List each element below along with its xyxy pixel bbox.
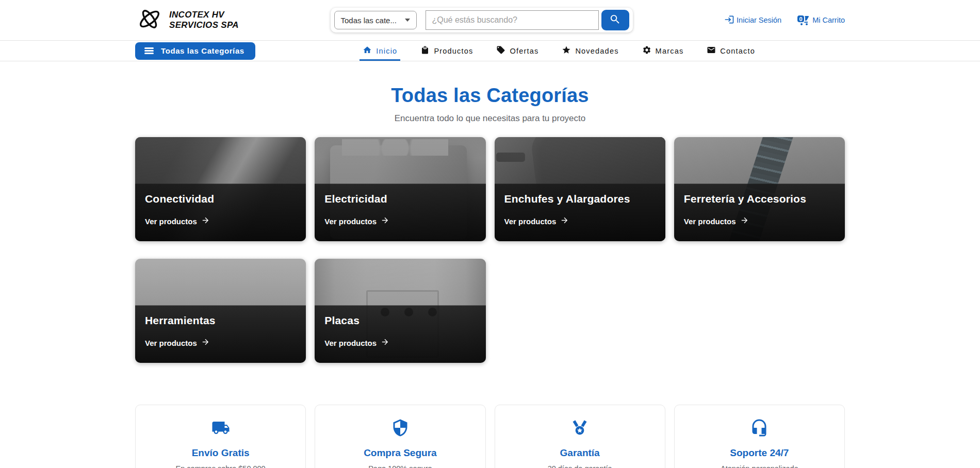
category-card-placas[interactable]: Placas Ver productos [315,259,485,363]
brand-name: INCOTEX HV SERVICIOS SPA [169,10,239,30]
account-links: Iniciar Sesión 0 Mi Carrito [724,14,845,26]
arrow-right-icon [201,216,210,226]
menu-icon [144,47,154,54]
view-products-label: Ver productos [145,339,197,347]
view-products-link[interactable]: Ver productos [145,338,210,348]
mail-icon [707,45,716,56]
search-category-dropdown[interactable]: Todas las cate... [334,11,417,29]
all-categories-label: Todas las Categorías [161,46,244,55]
feature-title: Compra Segura [320,447,480,459]
feature-subtitle: 30 días de garantía [500,464,660,468]
nav-item-productos[interactable]: Productos [417,41,476,61]
nav-item-contacto[interactable]: Contacto [704,41,758,61]
nav-label: Ofertas [510,47,538,55]
search-button[interactable] [601,10,629,30]
cart-link[interactable]: 0 Mi Carrito [798,14,845,26]
medal-icon [570,419,589,437]
view-products-label: Ver productos [324,217,377,226]
view-products-label: Ver productos [145,217,197,226]
nav-item-inicio[interactable]: Inicio [360,41,400,61]
search-icon [609,13,621,27]
page-title: Todas las Categorías [135,85,845,107]
view-products-link[interactable]: Ver productos [504,216,569,226]
main-navbar: Todas las Categorías Inicio Productos Of… [0,40,980,61]
category-card-enchufes[interactable]: Enchufes y Alargadores Ver productos [495,137,665,241]
view-products-label: Ver productos [504,217,557,226]
shield-icon [391,419,410,437]
arrow-right-icon [381,216,389,226]
category-grid: Conectividad Ver productos Electricidad … [135,137,845,363]
cart-count-badge: 0 [796,14,805,23]
nav-label: Marcas [656,47,684,55]
feature-title: Garantía [500,447,660,459]
view-products-link[interactable]: Ver productos [684,216,749,226]
feature-subtitle: En compras sobre $50.000 [141,464,300,468]
view-products-link[interactable]: Ver productos [145,216,210,226]
category-name: Electricidad [324,193,387,205]
arrow-right-icon [201,338,210,348]
bag-icon [420,45,430,56]
category-card-conectividad[interactable]: Conectividad Ver productos [135,137,306,241]
top-header: INCOTEX HV SERVICIOS SPA Todas las cate.… [0,0,980,40]
login-icon [724,14,734,26]
feature-card-soporte: Soporte 24/7 Atención personalizada [674,405,845,468]
feature-title: Envío Gratis [141,447,300,459]
category-name: Conectividad [145,193,214,205]
login-label: Iniciar Sesión [737,16,781,24]
view-products-link[interactable]: Ver productos [324,338,389,348]
cart-icon: 0 [798,14,810,26]
nav-label: Novedades [575,47,618,55]
nav-links: Inicio Productos Ofertas Novedades [360,41,758,61]
cart-label: Mi Carrito [812,16,845,24]
nav-item-novedades[interactable]: Novedades [559,41,622,61]
home-icon [363,45,372,56]
search-input[interactable] [426,10,599,30]
feature-subtitle: Atención personalizada [680,464,839,468]
feature-subtitle: Pago 100% seguro [320,464,480,468]
category-card-herramientas[interactable]: Herramientas Ver productos [135,259,306,363]
category-name: Enchufes y Alargadores [504,193,630,205]
atom-logo-icon [135,5,164,36]
feature-card-compra-segura: Compra Segura Pago 100% seguro [315,405,485,468]
page-subtitle: Encuentra todo lo que necesitas para tu … [135,113,845,124]
view-products-label: Ver productos [324,339,377,347]
gear-icon [642,45,651,56]
truck-icon [211,419,230,437]
nav-label: Contacto [720,47,755,55]
headset-icon [750,419,769,437]
category-name: Ferretería y Accesorios [684,193,806,205]
nav-item-marcas[interactable]: Marcas [639,41,687,61]
category-card-ferreteria[interactable]: Ferretería y Accesorios Ver productos [674,137,845,241]
feature-card-garantia: Garantía 30 días de garantía [495,405,665,468]
brand-logo[interactable]: INCOTEX HV SERVICIOS SPA [135,5,239,36]
category-name: Herramientas [145,314,216,327]
view-products-label: Ver productos [684,217,736,226]
search-category-value: Todas las cate... [341,16,397,25]
tag-icon [496,45,505,56]
arrow-right-icon [740,216,749,226]
view-products-link[interactable]: Ver productos [324,216,389,226]
nav-label: Inicio [376,47,397,55]
feature-title: Soporte 24/7 [680,447,839,459]
search-bar: Todas las cate... [331,8,633,32]
all-categories-button[interactable]: Todas las Categorías [135,42,255,60]
category-card-electricidad[interactable]: Electricidad Ver productos [315,137,485,241]
category-name: Placas [324,314,360,327]
nav-label: Productos [434,47,473,55]
feature-card-envio: Envío Gratis En compras sobre $50.000 [135,405,306,468]
star-icon [562,45,571,56]
arrow-right-icon [560,216,569,226]
main-content: Todas las Categorías Encuentra todo lo q… [135,61,845,468]
chevron-down-icon [405,19,410,22]
nav-item-ofertas[interactable]: Ofertas [493,41,542,61]
login-link[interactable]: Iniciar Sesión [724,14,781,26]
arrow-right-icon [381,338,389,348]
features-row: Envío Gratis En compras sobre $50.000 Co… [135,405,845,468]
